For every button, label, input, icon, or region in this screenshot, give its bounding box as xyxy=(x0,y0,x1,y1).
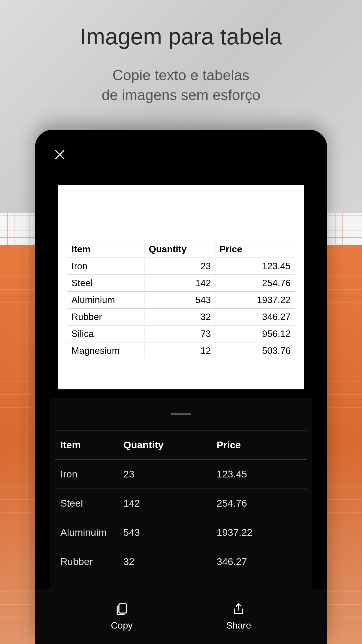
scanned-table: Item Quantity Price Iron 23 123.45 Steel… xyxy=(67,241,295,359)
cell-item: Rubber xyxy=(67,309,145,326)
cell-price: 1937.22 xyxy=(215,292,295,309)
cell-price: 346.27 xyxy=(215,309,295,326)
close-icon xyxy=(54,148,66,161)
cell-price: 503.76 xyxy=(215,342,295,359)
scanned-document-preview: Item Quantity Price Iron 23 123.45 Steel… xyxy=(58,185,304,389)
cell-item: Steel xyxy=(67,275,145,292)
table-row: Rubber 32 346.27 xyxy=(67,309,295,326)
cell-price: 123.45 xyxy=(215,258,295,275)
bottom-action-bar: Copy Share xyxy=(35,589,327,644)
cell-price: 956.12 xyxy=(215,326,295,342)
cell-price[interactable]: 254.76 xyxy=(211,489,307,518)
cell-quantity[interactable]: 142 xyxy=(118,489,211,518)
copy-button-label: Copy xyxy=(111,620,133,631)
extracted-result-table: Item Quantity Price Iron 23 123.45 Steel… xyxy=(55,430,307,576)
drawer-handle[interactable] xyxy=(171,413,191,415)
header-price: Price xyxy=(215,241,295,258)
cell-quantity[interactable]: 23 xyxy=(118,460,211,489)
cell-item: Aluminium xyxy=(67,292,145,309)
cell-item[interactable]: Steel xyxy=(55,489,118,518)
share-button-label: Share xyxy=(226,620,251,631)
cell-quantity: 23 xyxy=(145,258,215,275)
table-row: Iron 23 123.45 xyxy=(67,258,295,275)
table-header-row: Item Quantity Price xyxy=(55,430,307,460)
header-quantity[interactable]: Quantity xyxy=(118,430,211,460)
cell-quantity: 12 xyxy=(145,342,215,359)
header-price[interactable]: Price xyxy=(211,430,307,460)
hero-subtitle-line2: de imagens sem esforço xyxy=(102,87,261,103)
table-header-row: Item Quantity Price xyxy=(67,241,295,258)
table-row: Aluminuim 543 1937.22 xyxy=(55,518,307,547)
cell-price: 254.76 xyxy=(215,275,295,292)
cell-price[interactable]: 1937.22 xyxy=(211,518,307,547)
cell-quantity: 142 xyxy=(145,275,215,292)
device-frame: Item Quantity Price Iron 23 123.45 Steel… xyxy=(35,130,327,644)
table-row: Aluminium 543 1937.22 xyxy=(67,292,295,309)
hero-subtitle-line1: Copie texto e tabelas xyxy=(113,67,249,83)
share-icon xyxy=(232,602,246,616)
header-item: Item xyxy=(67,241,145,258)
extracted-result-panel: Item Quantity Price Iron 23 123.45 Steel… xyxy=(50,398,312,600)
cell-item: Silica xyxy=(67,326,145,342)
cell-quantity[interactable]: 543 xyxy=(118,518,211,547)
header-item[interactable]: Item xyxy=(55,430,118,460)
table-row: Steel 142 254.76 xyxy=(67,275,295,292)
cell-item: Iron xyxy=(67,258,145,275)
table-row: Steel 142 254.76 xyxy=(55,489,307,518)
svg-rect-0 xyxy=(119,604,126,613)
cell-item[interactable]: Aluminuim xyxy=(55,518,118,547)
cell-quantity: 73 xyxy=(145,326,215,342)
hero-title: Imagem para tabela xyxy=(0,23,362,50)
cell-quantity: 543 xyxy=(145,292,215,309)
table-row: Iron 23 123.45 xyxy=(55,460,307,489)
cell-item: Magnesium xyxy=(67,342,145,359)
hero-subtitle: Copie texto e tabelas de imagens sem esf… xyxy=(0,66,362,105)
cell-quantity: 32 xyxy=(145,309,215,326)
cell-item[interactable]: Iron xyxy=(55,460,118,489)
cell-quantity[interactable]: 32 xyxy=(118,547,211,576)
copy-button[interactable]: Copy xyxy=(111,602,133,631)
table-row: Magnesium 12 503.76 xyxy=(67,342,295,359)
table-row: Silica 73 956.12 xyxy=(67,326,295,342)
header-quantity: Quantity xyxy=(145,241,215,258)
cell-price[interactable]: 123.45 xyxy=(211,460,307,489)
close-button[interactable] xyxy=(51,146,68,163)
cell-price[interactable]: 346.27 xyxy=(211,547,307,576)
share-button[interactable]: Share xyxy=(226,602,251,631)
table-row: Rubber 32 346.27 xyxy=(55,547,307,576)
cell-item[interactable]: Rubber xyxy=(55,547,118,576)
copy-icon xyxy=(115,602,129,616)
